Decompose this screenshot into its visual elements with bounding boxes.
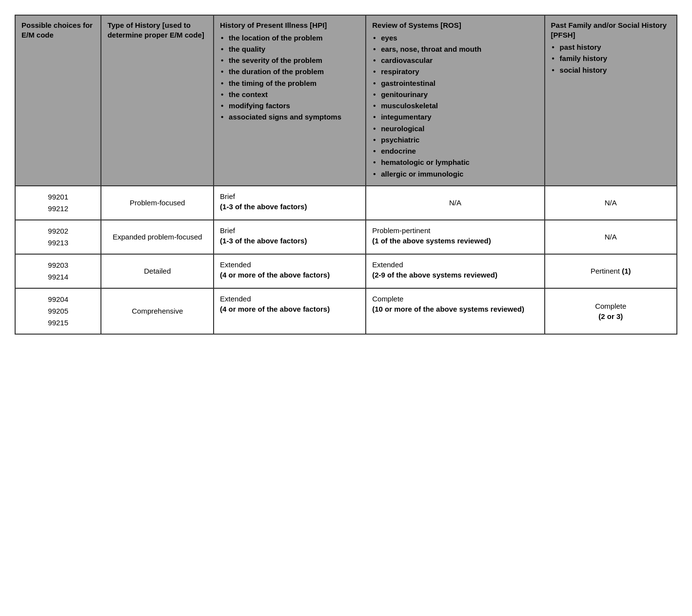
header-hpi: History of Present Illness [HPI] the loc… bbox=[214, 15, 366, 186]
ros-item-12: hematologic or lymphatic bbox=[372, 158, 538, 167]
header-pfsh-title: Past Family and/or Social History [PFSH] bbox=[551, 20, 671, 40]
hpi-plain: Extended bbox=[220, 260, 251, 269]
header-hpi-title: History of Present Illness [HPI] bbox=[220, 20, 359, 30]
main-table-wrapper: Possible choices for E/M code Type of Hi… bbox=[15, 15, 677, 335]
ros-bold: (1 of the above systems reviewed) bbox=[372, 237, 491, 245]
ros-item-11: endocrine bbox=[372, 146, 538, 156]
hpi-bold: (4 or more of the above factors) bbox=[220, 271, 330, 279]
ros-item-4: respiratory bbox=[372, 67, 538, 77]
ros-item-13: allergic or immunologic bbox=[372, 169, 538, 179]
hpi-item-1: the location of the problem bbox=[220, 33, 359, 43]
row1-hpi: Brief (1-3 of the above factors) bbox=[214, 186, 366, 220]
ros-bold: (2-9 of the above systems reviewed) bbox=[372, 271, 497, 279]
header-pfsh: Past Family and/or Social History [PFSH]… bbox=[545, 15, 677, 186]
ros-item-10: psychiatric bbox=[372, 135, 538, 145]
ros-value: N/A bbox=[449, 199, 461, 207]
row3-ros: Extended (2-9 of the above systems revie… bbox=[366, 254, 544, 288]
hpi-plain: Extended bbox=[220, 295, 251, 303]
pfsh-item-3: social history bbox=[551, 65, 671, 75]
row4-hpi: Extended (4 or more of the above factors… bbox=[214, 288, 366, 334]
header-history-title: Type of History [used to determine prope… bbox=[107, 20, 207, 40]
hpi-item-3: the severity of the problem bbox=[220, 56, 359, 65]
ros-plain: Extended bbox=[372, 260, 403, 269]
row4-pfsh: Complete (2 or 3) bbox=[545, 288, 677, 334]
ros-list: eyes ears, nose, throat and mouth cardio… bbox=[372, 33, 538, 179]
hpi-plain: Brief bbox=[220, 226, 235, 235]
header-choices-title: Possible choices for E/M code bbox=[21, 20, 95, 40]
hpi-item-6: the context bbox=[220, 90, 359, 99]
codes-display: 9920299213 bbox=[21, 225, 95, 249]
header-ros: Review of Systems [ROS] eyes ears, nose,… bbox=[366, 15, 544, 186]
hpi-item-2: the quality bbox=[220, 44, 359, 54]
ros-plain: Complete bbox=[372, 295, 403, 303]
header-choices: Possible choices for E/M code bbox=[15, 15, 101, 186]
pfsh-plain: Complete bbox=[595, 302, 626, 310]
ros-plain: Problem-pertinent bbox=[372, 226, 430, 235]
row1-codes: 9920199212 bbox=[15, 186, 101, 220]
row4-codes: 992049920599215 bbox=[15, 288, 101, 334]
pfsh-value: N/A bbox=[605, 233, 617, 241]
hpi-bold: (4 or more of the above factors) bbox=[220, 305, 330, 313]
hpi-item-7: modifying factors bbox=[220, 101, 359, 111]
pfsh-item-1: past history bbox=[551, 42, 671, 52]
history-type: Expanded problem-focused bbox=[113, 233, 202, 241]
row2-pfsh: N/A bbox=[545, 220, 677, 254]
row1-pfsh: N/A bbox=[545, 186, 677, 220]
row3-history: Detailed bbox=[101, 254, 214, 288]
history-type: Problem-focused bbox=[130, 199, 185, 207]
row3-hpi: Extended (4 or more of the above factors… bbox=[214, 254, 366, 288]
ros-item-5: gastrointestinal bbox=[372, 79, 538, 88]
hpi-bold: (1-3 of the above factors) bbox=[220, 237, 307, 245]
row4-history: Comprehensive bbox=[101, 288, 214, 334]
codes-display: 9920199212 bbox=[21, 191, 95, 215]
hpi-item-8: associated signs and symptoms bbox=[220, 112, 359, 122]
ros-item-6: genitourinary bbox=[372, 90, 538, 99]
row2-ros: Problem-pertinent (1 of the above system… bbox=[366, 220, 544, 254]
ros-item-1: eyes bbox=[372, 33, 538, 43]
codes-display: 9920399214 bbox=[21, 259, 95, 283]
table-row: 9920399214 Detailed Extended (4 or more … bbox=[15, 254, 677, 288]
row1-ros: N/A bbox=[366, 186, 544, 220]
history-type: Detailed bbox=[144, 267, 171, 275]
ros-item-9: neurological bbox=[372, 124, 538, 134]
ros-item-8: integumentary bbox=[372, 112, 538, 122]
ros-bold: (10 or more of the above systems reviewe… bbox=[372, 305, 524, 313]
pfsh-bold: (2 or 3) bbox=[598, 312, 623, 320]
pfsh-list: past history family history social histo… bbox=[551, 42, 671, 75]
history-type: Comprehensive bbox=[132, 307, 183, 315]
header-history: Type of History [used to determine prope… bbox=[101, 15, 214, 186]
hpi-item-5: the timing of the problem bbox=[220, 79, 359, 88]
pfsh-value: N/A bbox=[605, 199, 617, 207]
hpi-list: the location of the problem the quality … bbox=[220, 33, 359, 122]
row4-ros: Complete (10 or more of the above system… bbox=[366, 288, 544, 334]
row3-pfsh: Pertinent (1) bbox=[545, 254, 677, 288]
table-row: 9920299213 Expanded problem-focused Brie… bbox=[15, 220, 677, 254]
ros-item-7: musculoskeletal bbox=[372, 101, 538, 111]
table-row: 992049920599215 Comprehensive Extended (… bbox=[15, 288, 677, 334]
hpi-item-4: the duration of the problem bbox=[220, 67, 359, 77]
row2-hpi: Brief (1-3 of the above factors) bbox=[214, 220, 366, 254]
row2-history: Expanded problem-focused bbox=[101, 220, 214, 254]
hpi-plain: Brief bbox=[220, 192, 235, 200]
header-ros-title: Review of Systems [ROS] bbox=[372, 20, 538, 30]
ros-item-2: ears, nose, throat and mouth bbox=[372, 44, 538, 54]
pfsh-bold: (1) bbox=[622, 267, 631, 275]
codes-display: 992049920599215 bbox=[21, 294, 95, 329]
table-row: 9920199212 Problem-focused Brief (1-3 of… bbox=[15, 186, 677, 220]
row3-codes: 9920399214 bbox=[15, 254, 101, 288]
pfsh-plain: Pertinent bbox=[591, 267, 622, 275]
row1-history: Problem-focused bbox=[101, 186, 214, 220]
em-code-table: Possible choices for E/M code Type of Hi… bbox=[15, 15, 677, 335]
hpi-bold: (1-3 of the above factors) bbox=[220, 202, 307, 211]
row2-codes: 9920299213 bbox=[15, 220, 101, 254]
ros-item-3: cardiovascular bbox=[372, 56, 538, 65]
pfsh-item-2: family history bbox=[551, 54, 671, 63]
